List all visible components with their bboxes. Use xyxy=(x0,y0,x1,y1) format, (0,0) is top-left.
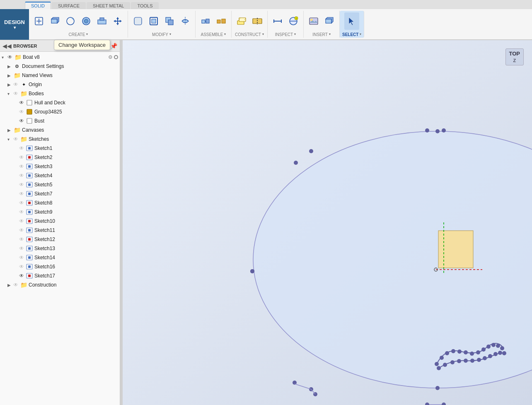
tree-gear-boat[interactable]: ⚙ xyxy=(108,54,113,60)
tree-item-origin[interactable]: ▶ 👁 ✦ Origin xyxy=(0,80,120,89)
tree-eye-origin[interactable]: 👁 xyxy=(13,82,20,87)
cp3[interactable] xyxy=(294,161,298,165)
tree-item-canvases[interactable]: ▶ 📁 Canvases xyxy=(0,125,120,135)
tree-item-bodies[interactable]: ▾ 👁 📁 Bodies xyxy=(0,89,120,98)
browser-collapse-icon[interactable]: ◀◀ xyxy=(2,43,12,49)
tree-eye-sketches[interactable]: 👁 xyxy=(13,136,20,142)
measure-button[interactable] xyxy=(270,12,285,30)
design-button[interactable]: DESIGN ▾ xyxy=(0,9,29,40)
tree-eye-sketch16[interactable]: 👁 xyxy=(19,264,26,270)
cp5[interactable] xyxy=(442,128,446,133)
tree-item-sketch16[interactable]: 👁 Sketch16 xyxy=(0,262,120,271)
tree-eye-group[interactable]: 👁 xyxy=(19,109,26,115)
align-button[interactable] xyxy=(178,12,193,30)
tree-eye-construction[interactable]: 👁 xyxy=(13,282,20,288)
extrude-button[interactable] xyxy=(47,12,62,30)
tree-eye-sketch3[interactable]: 👁 xyxy=(19,164,26,169)
tree-item-group34825[interactable]: 👁 Group34825 xyxy=(0,107,120,116)
tree-item-sketch14[interactable]: 👁 Sketch14 xyxy=(0,253,120,262)
tree-eye-sketch10[interactable]: 👁 xyxy=(19,218,26,224)
shell-button[interactable] xyxy=(146,12,161,30)
tree-item-hull-deck[interactable]: 👁 Hull and Deck xyxy=(0,98,120,107)
tree-eye-sketch17[interactable]: 👁 xyxy=(19,273,26,279)
fillet-button[interactable] xyxy=(131,12,145,30)
select-button[interactable] xyxy=(344,12,359,30)
tree-item-sketch12[interactable]: 👁 Sketch12 xyxy=(0,235,120,244)
insert-image-button[interactable] xyxy=(306,12,321,30)
tree-eye-sketch9[interactable]: 👁 xyxy=(19,209,26,215)
tree-icon-named-views: 📁 xyxy=(13,72,21,79)
assemble-dropdown-icon: ▾ xyxy=(224,32,226,36)
tree-item-sketch2[interactable]: 👁 Sketch2 xyxy=(0,153,120,162)
tree-item-sketch5[interactable]: 👁 Sketch5 xyxy=(0,180,120,189)
tree-label-sketch11: Sketch11 xyxy=(34,227,118,233)
loft-button[interactable] xyxy=(94,12,109,30)
tree-item-sketch1[interactable]: 👁 Sketch1 xyxy=(0,144,120,153)
tree-item-sketch10[interactable]: 👁 Sketch10 xyxy=(0,217,120,226)
tree-item-bust[interactable]: 👁 Bust xyxy=(0,116,120,125)
tree-eye-sketch4[interactable]: 👁 xyxy=(19,173,26,178)
tree-item-sketch4[interactable]: 👁 Sketch4 xyxy=(0,171,120,180)
tree-item-boat[interactable]: ▾ 👁 📁 Boat v8 ⚙ xyxy=(0,53,120,62)
tree-eye-hull[interactable]: 👁 xyxy=(19,100,26,106)
cp2[interactable] xyxy=(309,149,313,153)
design-label: DESIGN xyxy=(4,19,25,25)
measure-icon xyxy=(272,16,283,27)
tree-item-construction[interactable]: ▶ 👁 📁 Construction xyxy=(0,280,120,289)
tree-item-sketch7[interactable]: 👁 Sketch7 xyxy=(0,189,120,198)
midplane-button[interactable] xyxy=(250,12,265,30)
tree-eye-boat[interactable]: 👁 xyxy=(7,54,14,60)
combine-button[interactable] xyxy=(162,12,177,30)
create-new-component-button[interactable] xyxy=(31,12,46,30)
tree-eye-sketch14[interactable]: 👁 xyxy=(19,255,26,260)
svg-point-82 xyxy=(470,352,474,356)
tree-eye-sketch7[interactable]: 👁 xyxy=(19,191,26,197)
insert-mesh-button[interactable] xyxy=(322,12,337,30)
sweep-button[interactable] xyxy=(79,12,94,30)
tree-item-sketch3[interactable]: 👁 Sketch3 xyxy=(0,162,120,171)
svg-rect-41 xyxy=(27,118,32,123)
tree-item-sketch8[interactable]: 👁 Sketch8 xyxy=(0,198,120,207)
tree-item-sketches[interactable]: ▾ 👁 📁 Sketches xyxy=(0,135,120,144)
viewport[interactable]: TOP Z xyxy=(123,40,532,405)
tree-eye-sketch5[interactable]: 👁 xyxy=(19,182,26,188)
tab-sheet-metal[interactable]: SHEET METAL xyxy=(87,2,130,9)
cp4[interactable] xyxy=(425,128,429,133)
construct-dropdown-icon: ▾ xyxy=(262,32,264,36)
browser-pin-icon[interactable]: 📌 xyxy=(110,43,117,49)
svg-point-94 xyxy=(470,359,474,363)
move-button[interactable] xyxy=(110,12,125,30)
tree-item-named-views[interactable]: ▶ 📁 Named Views xyxy=(0,71,120,80)
offset-plane-button[interactable] xyxy=(234,12,249,30)
tree-eye-sketch8[interactable]: 👁 xyxy=(19,200,26,206)
section-analysis-button[interactable] xyxy=(286,12,301,30)
tab-surface[interactable]: SURFACE xyxy=(52,2,86,9)
tree-icon-sketch1 xyxy=(26,145,33,152)
tree-label-bodies: Bodies xyxy=(29,91,118,96)
tree-eye-sketch11[interactable]: 👁 xyxy=(19,227,26,233)
joint-icon xyxy=(200,16,211,27)
tree-eye-sketch12[interactable]: 👁 xyxy=(19,236,26,242)
tree-eye-sketch2[interactable]: 👁 xyxy=(19,154,26,160)
svg-rect-45 xyxy=(28,156,31,159)
tree-icon-bust xyxy=(26,118,33,124)
tree-eye-sketch13[interactable]: 👁 xyxy=(19,246,26,251)
group-select: SELECT ▾ xyxy=(340,11,364,38)
svg-point-81 xyxy=(464,350,468,354)
tab-tools[interactable]: TOOLS xyxy=(131,2,159,9)
joint-button[interactable] xyxy=(198,12,213,30)
cp1[interactable] xyxy=(435,129,440,133)
tree-item-doc-settings[interactable]: ▶ ⚙ Document Settings xyxy=(0,62,120,71)
cp12[interactable] xyxy=(435,386,440,390)
tab-solid[interactable]: SOLID xyxy=(25,2,51,9)
tree-item-sketch13[interactable]: 👁 Sketch13 xyxy=(0,244,120,253)
rigid-group-button[interactable] xyxy=(214,12,229,30)
tree-item-sketch17[interactable]: 👁 Sketch17 xyxy=(0,271,120,280)
tree-item-sketch9[interactable]: 👁 Sketch9 xyxy=(0,207,120,217)
revolve-button[interactable] xyxy=(63,12,78,30)
tree-eye-bodies[interactable]: 👁 xyxy=(13,91,20,96)
tree-item-sketch11[interactable]: 👁 Sketch11 xyxy=(0,226,120,235)
tree-eye-bust[interactable]: 👁 xyxy=(19,118,26,124)
rigid-group-icon xyxy=(216,16,227,27)
tree-eye-sketch1[interactable]: 👁 xyxy=(19,145,26,151)
